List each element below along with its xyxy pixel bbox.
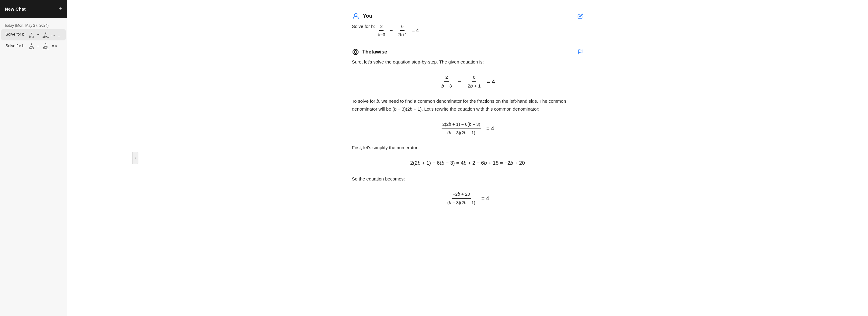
thetawise-header-left: Thetawise <box>352 48 387 56</box>
new-chat-label: New Chat <box>5 6 26 11</box>
main-equation-display: 2 b − 3 − 6 2b + 1 = 4 <box>352 73 583 90</box>
sidebar: New Chat + Today (Mon, May 27, 2024) Sol… <box>0 0 67 316</box>
sidebar-item-2[interactable]: Solve for b: 2 b−3 − 6 2b+1 = 4 <box>1 41 66 52</box>
sidebar-collapse-button[interactable]: ‹ <box>132 152 138 164</box>
user-message: You Solve for b: 2 b−3 − 6 <box>352 12 583 39</box>
sidebar-history: Today (Mon, May 27, 2024) Solve for b: 2… <box>0 18 67 316</box>
user-avatar-icon <box>352 12 360 20</box>
main-content: You Solve for b: 2 b−3 − 6 <box>67 0 868 316</box>
sidebar-item-1-text: Solve for b: 2 b−3 − 6 2b+1 = 4 <box>5 31 55 38</box>
new-chat-button[interactable]: New Chat + <box>0 0 67 18</box>
thetawise-label: Thetawise <box>362 49 387 55</box>
sidebar-date-label: Today (Mon, May 27, 2024) <box>0 21 67 29</box>
thetawise-header: Thetawise <box>352 48 583 56</box>
edit-icon[interactable] <box>578 13 583 19</box>
thetawise-logo-icon <box>352 48 359 56</box>
svg-point-0 <box>354 13 358 16</box>
flag-icon[interactable] <box>578 49 583 55</box>
user-label: You <box>363 13 372 19</box>
intro-text: Sure, let's solve the equation step-by-s… <box>352 58 583 66</box>
thetawise-message-body: Sure, let's solve the equation step-by-s… <box>352 58 583 206</box>
plus-icon: + <box>58 5 62 12</box>
sidebar-item-menu-icon[interactable]: ⋮ <box>55 31 63 38</box>
simplified-fraction-display: −2b + 20 (b − 3)(2b + 1) = 4 <box>352 190 583 206</box>
user-message-header: You <box>352 12 583 20</box>
step1-text: To solve for b, we need to find a common… <box>352 97 583 113</box>
chat-container: You Solve for b: 2 b−3 − 6 <box>343 0 592 232</box>
sidebar-frac-4: 6 2b+1 <box>42 43 50 50</box>
sidebar-frac-3: 2 b−3 <box>28 43 35 50</box>
sidebar-item-1[interactable]: Solve for b: 2 b−3 − 6 2b+1 = 4 ⋮ <box>1 29 66 40</box>
user-question-text: Solve for b: <box>352 24 376 29</box>
collapse-arrow-icon: ‹ <box>135 156 136 160</box>
sidebar-item-2-text: Solve for b: 2 b−3 − 6 2b+1 = 4 <box>5 43 63 50</box>
step3-label: So the equation becomes: <box>352 175 583 183</box>
combined-fraction-display: 2(2b + 1) − 6(b − 3) (b − 3)(2b + 1) = 4 <box>352 120 583 136</box>
user-header-left: You <box>352 12 372 20</box>
thetawise-message: Thetawise Sure, let's solve the equation… <box>352 48 583 206</box>
user-math-equation: 2 b−3 − 6 2b+1 = 4 <box>376 23 419 39</box>
step2-label: First, let's simplify the numerator: <box>352 144 583 152</box>
sidebar-frac-1: 2 b−3 <box>28 31 35 38</box>
numerator-expansion-display: 2(2b + 1) − 6(b − 3) = 4b + 2 − 6b + 18 … <box>352 159 583 168</box>
user-message-body: Solve for b: 2 b−3 − 6 2b+1 = 4 <box>352 23 583 39</box>
sidebar-frac-2: 6 2b+1 <box>42 31 50 38</box>
